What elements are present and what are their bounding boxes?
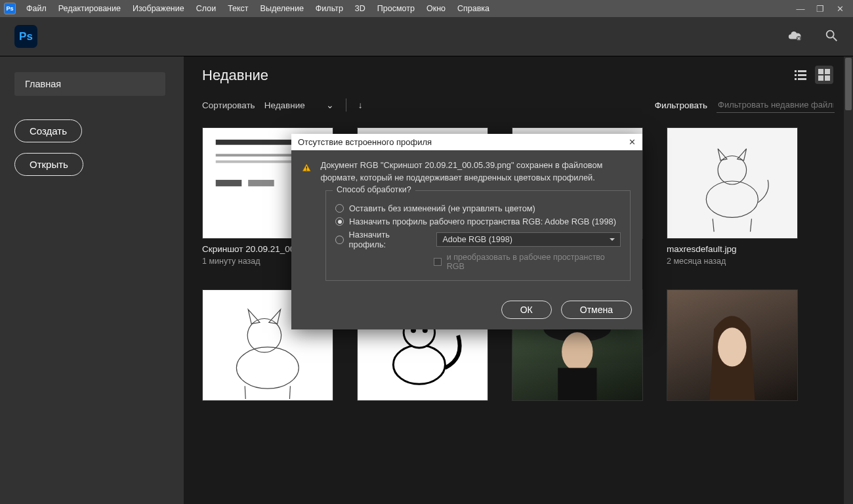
menu-file[interactable]: Файл (21, 2, 52, 15)
option-assign-profile[interactable]: Назначить профиль: Adobe RGB (1998) (335, 230, 621, 249)
svg-rect-41 (306, 169, 307, 170)
sidebar-home[interactable]: Главная (14, 72, 165, 96)
filter-label: Фильтровать (655, 100, 707, 110)
option-assign-ws-label: Назначить профиль рабочего пространства … (349, 217, 616, 226)
chevron-down-icon: ⌄ (326, 100, 334, 110)
svg-rect-40 (306, 167, 307, 169)
option-leave[interactable]: Оставить без изменений (не управлять цве… (335, 203, 621, 213)
sort-value: Недавние (264, 100, 305, 110)
file-card[interactable] (667, 289, 798, 401)
sort-direction-icon[interactable]: ↓ (358, 100, 363, 110)
sidebar: Главная Создать Открыть (0, 56, 184, 504)
svg-rect-14 (216, 140, 294, 145)
warning-icon (302, 159, 311, 177)
svg-rect-9 (818, 69, 823, 74)
window-minimize[interactable]: — (791, 4, 810, 14)
option-assign-label: Назначить профиль: (349, 230, 427, 249)
view-grid-button[interactable] (815, 66, 833, 84)
svg-point-35 (562, 332, 593, 371)
sort-select[interactable]: Недавние ⌄ (264, 100, 334, 110)
menu-select[interactable]: Выделение (255, 2, 309, 15)
menu-window[interactable]: Окно (421, 2, 451, 15)
thumbnail (667, 127, 798, 239)
radio-icon (335, 217, 344, 226)
cancel-button[interactable]: Отмена (561, 301, 632, 319)
view-list-button[interactable] (791, 66, 810, 84)
radio-icon (335, 236, 344, 244)
divider (346, 98, 346, 112)
file-card[interactable]: maxresdefault.jpg 2 месяца назад (667, 127, 798, 266)
svg-rect-36 (558, 368, 596, 400)
convert-checkbox-row[interactable]: и преобразовать в рабочее пространство R… (434, 253, 621, 271)
option-leave-label: Оставить без изменений (не управлять цве… (349, 203, 535, 213)
menu-layers[interactable]: Слои (191, 2, 221, 15)
thumbnail (667, 289, 798, 401)
scrollbar[interactable] (844, 56, 853, 504)
menu-help[interactable]: Справка (452, 2, 495, 15)
dialog-title: Отсутствие встроенного профиля (298, 137, 432, 147)
svg-rect-7 (795, 78, 797, 80)
menu-view[interactable]: Просмотр (372, 2, 420, 15)
svg-point-1 (827, 31, 834, 38)
app-header: Ps (0, 17, 853, 56)
svg-rect-11 (818, 75, 823, 81)
window-close[interactable]: ✕ (831, 4, 849, 14)
handling-fieldset: Способ обработки? Оставить без изменений… (325, 190, 631, 281)
svg-rect-12 (825, 75, 830, 81)
svg-rect-4 (798, 70, 806, 72)
option-assign-workspace[interactable]: Назначить профиль рабочего пространства … (335, 217, 621, 226)
dialog-titlebar: Отсутствие встроенного профиля ✕ (291, 134, 642, 150)
open-button[interactable]: Открыть (14, 153, 83, 176)
menu-3d[interactable]: 3D (350, 2, 371, 15)
profile-select-value: Adobe RGB (1998) (442, 235, 512, 244)
svg-point-30 (394, 345, 446, 384)
toolbar: Сортировать Недавние ⌄ ↓ Фильтровать (202, 97, 835, 113)
svg-rect-6 (798, 74, 806, 76)
page-title: Недавние (202, 67, 835, 84)
filter-input[interactable] (717, 97, 835, 113)
menu-filter[interactable]: Фильтр (310, 2, 348, 15)
search-icon[interactable] (824, 28, 839, 45)
svg-rect-17 (216, 180, 242, 186)
svg-point-39 (718, 327, 746, 366)
menu-bar: Ps Файл Редактирование Изображение Слои … (0, 0, 853, 17)
profile-select[interactable]: Adobe RGB (1998) (436, 232, 621, 247)
menu-edit[interactable]: Редактирование (53, 2, 126, 15)
svg-line-2 (833, 37, 837, 41)
svg-rect-19 (667, 128, 797, 238)
cloud-icon[interactable] (787, 28, 802, 45)
svg-rect-8 (798, 78, 806, 80)
convert-label: и преобразовать в рабочее пространство R… (447, 253, 621, 271)
app-icon: Ps (4, 3, 16, 14)
ps-logo: Ps (14, 25, 37, 48)
sort-label: Сортировать (202, 100, 255, 110)
ok-button[interactable]: ОК (501, 301, 552, 319)
dialog-close-button[interactable]: ✕ (629, 137, 636, 147)
missing-profile-dialog: Отсутствие встроенного профиля ✕ Докумен… (291, 134, 642, 329)
fieldset-legend: Способ обработки? (333, 185, 415, 194)
file-time: 2 месяца назад (667, 257, 798, 266)
checkbox-icon (434, 258, 442, 266)
svg-rect-5 (795, 74, 797, 76)
radio-icon (335, 204, 344, 213)
menu-image[interactable]: Изображение (127, 2, 190, 15)
svg-rect-18 (248, 180, 274, 186)
create-button[interactable]: Создать (14, 119, 82, 142)
svg-rect-3 (795, 70, 797, 72)
scrollbar-handle[interactable] (845, 58, 852, 110)
file-name: maxresdefault.jpg (667, 244, 798, 254)
svg-rect-10 (825, 69, 830, 74)
dialog-message: Документ RGB "Скриншот 20.09.21_00.05.39… (320, 159, 631, 184)
window-restore[interactable]: ❐ (811, 4, 829, 14)
menu-text[interactable]: Текст (222, 2, 253, 15)
